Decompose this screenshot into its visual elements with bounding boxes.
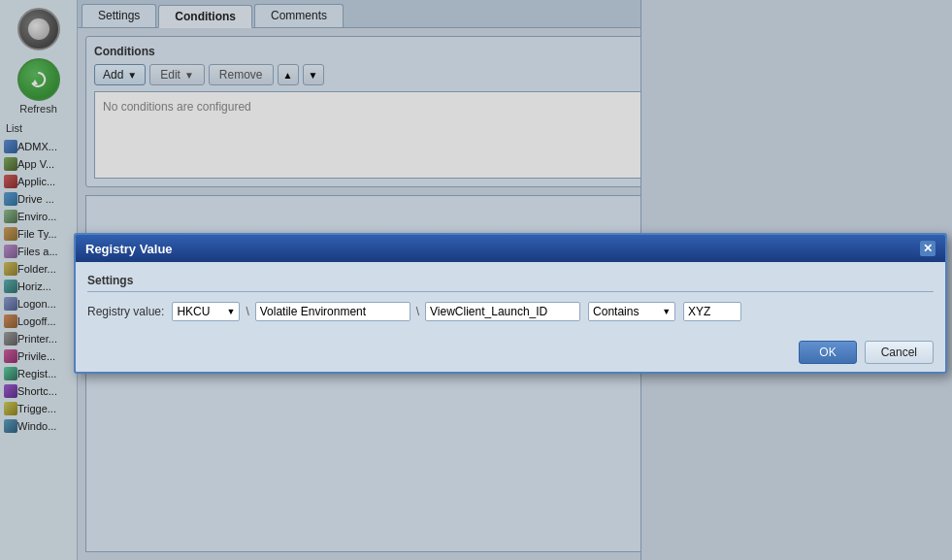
modal-titlebar: Registry Value ✕ [76,235,945,262]
operator-dropdown[interactable]: Contains ▼ [588,302,675,321]
registry-value-dialog: Registry Value ✕ Settings Registry value… [74,233,947,374]
modal-settings-section: Settings [87,274,934,292]
hive-dropdown-arrow: ▼ [222,307,235,316]
registry-path-input[interactable] [255,302,410,321]
modal-close-button[interactable]: ✕ [920,241,936,256]
modal-footer: OK Cancel [76,333,945,372]
cancel-button[interactable]: Cancel [865,341,934,364]
ok-button[interactable]: OK [799,341,856,364]
path-separator-2: \ [414,305,421,318]
modal-overlay: Registry Value ✕ Settings Registry value… [0,0,952,560]
operator-dropdown-arrow: ▼ [658,307,671,316]
value-input[interactable] [683,302,741,321]
registry-value-name-input[interactable] [425,302,580,321]
path-separator-1: \ [244,305,250,318]
hive-dropdown[interactable]: HKCU ▼ [172,302,240,321]
modal-body: Settings Registry value: HKCU ▼ \ \ Cont… [76,262,945,333]
registry-value-row: Registry value: HKCU ▼ \ \ Contains ▼ [87,302,934,321]
modal-title: Registry Value [85,242,173,256]
registry-value-label: Registry value: [87,305,164,318]
